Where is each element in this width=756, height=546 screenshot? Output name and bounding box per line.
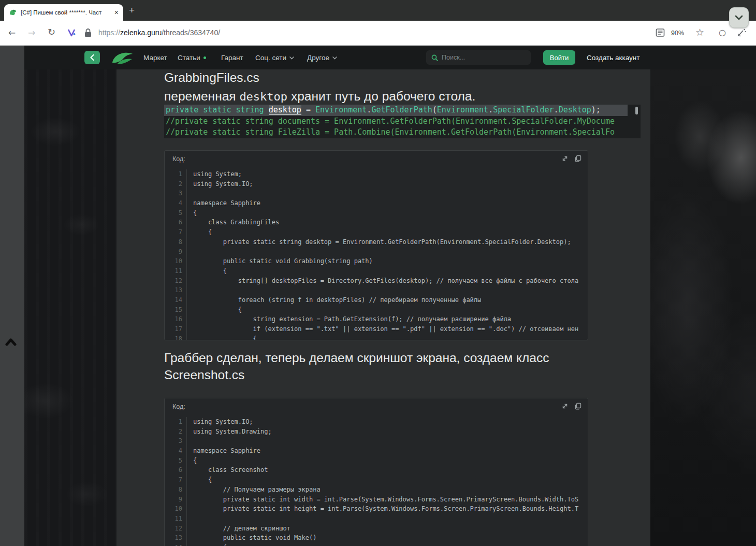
line-code: namespace Sapphire	[187, 446, 260, 456]
line-code: public static void Grabbing(string path)	[187, 256, 373, 266]
nav-item-articles[interactable]: Статьи	[178, 54, 206, 62]
thread-content: GrabbingFiles.cs переменная desktop хран…	[117, 69, 650, 546]
line-number: 4	[165, 446, 187, 456]
line-number: 7	[165, 475, 187, 485]
line-code: private static string desktop = Environm…	[187, 237, 571, 247]
url-domain: zelenka.guru	[120, 28, 162, 37]
line-code: {	[187, 334, 257, 340]
line-code	[187, 247, 193, 257]
address-bar[interactable]: https://zelenka.guru/threads/3634740/	[98, 28, 220, 37]
nav-item-articles-label: Статьи	[178, 54, 200, 62]
collections-circle-icon[interactable]: ○	[719, 27, 726, 37]
cleanup-broom-icon[interactable]	[736, 27, 747, 38]
ide-line: private static string desktop = Environm…	[164, 105, 628, 116]
code-line: 18 {	[165, 334, 588, 340]
expand-code-icon[interactable]	[561, 155, 569, 162]
chevron-down-icon	[735, 15, 743, 20]
url-scheme: https://	[98, 28, 120, 37]
code-line: 2 using System.Drawing;	[165, 427, 588, 437]
code-line: 10 private static int height = int.Parse…	[165, 504, 588, 514]
post-heading-screenshot: Граббер сделан, теперь делаем скриншот э…	[164, 349, 578, 383]
line-code	[187, 514, 193, 524]
line-number: 15	[165, 305, 187, 315]
back-icon[interactable]: ←	[8, 27, 16, 38]
code-line: 4 namespace Sapphire	[165, 198, 588, 208]
line-number: 1	[165, 169, 187, 179]
code-line: 7 {	[165, 227, 588, 237]
reload-icon[interactable]: ↻	[48, 26, 55, 37]
browser-dropdown-button[interactable]	[729, 7, 749, 28]
line-code: {	[187, 305, 242, 315]
code-line: 12 string[] desktopFiles = Directory.Get…	[165, 276, 588, 286]
line-code: {	[187, 475, 212, 485]
post-heading-grabbingfiles: GrabbingFiles.cs	[164, 70, 259, 85]
code-line: 14 foreach (string f in desktopFiles) //…	[165, 295, 588, 305]
search-icon	[431, 54, 438, 61]
line-code	[187, 189, 193, 198]
code-line: 11 {	[165, 266, 588, 276]
site-logo[interactable]	[110, 49, 136, 66]
code-lines: 1 using System; 2 using System.IO; 3	[165, 166, 588, 340]
page-gutter	[0, 46, 24, 546]
login-button[interactable]: Войти	[543, 50, 575, 65]
ide-code-screenshot: private static string desktop = Environm…	[164, 105, 641, 138]
copy-code-icon[interactable]	[574, 155, 581, 162]
line-code: // Получаем размеры экрана	[187, 485, 321, 495]
line-number: 17	[165, 324, 187, 334]
nav-item-market[interactable]: Маркет	[143, 54, 167, 62]
browser-tab[interactable]: [C#] Пишем свой *******. Част ×	[4, 4, 123, 21]
lock-icon[interactable]	[84, 28, 92, 37]
code-label: Код:	[172, 403, 185, 410]
line-code: class GrabbingFiles	[187, 218, 279, 227]
navbar-back-button[interactable]	[84, 51, 100, 64]
search-input[interactable]: Поиск...	[426, 50, 531, 65]
line-number: 2	[165, 427, 187, 437]
paragraph-text: переменная	[164, 89, 239, 103]
background-image-right	[650, 69, 756, 546]
line-code: using System;	[187, 169, 242, 179]
extension-vpn-icon[interactable]	[67, 28, 76, 37]
inline-code-desktop: desktop	[239, 90, 287, 103]
code-line: 11	[165, 514, 588, 524]
code-lines: 1 using System.IO; 2 using System.Drawin…	[165, 414, 588, 546]
code-block-header: Код:	[165, 398, 588, 414]
nav-item-other[interactable]: Другое	[307, 54, 337, 62]
code-block-grabbingfiles: Код:	[164, 150, 588, 340]
nav-item-social[interactable]: Соц. сети	[255, 54, 294, 62]
signup-link[interactable]: Создать аккаунт	[587, 54, 639, 62]
line-code: using System.Drawing;	[187, 427, 272, 437]
line-code: using System.IO;	[187, 179, 253, 189]
scroll-to-top-icon[interactable]	[5, 337, 17, 347]
code-line: 4 namespace Sapphire	[165, 446, 588, 456]
code-line: 2 using System.IO;	[165, 179, 588, 189]
ide-line: //private static string documents = Envi…	[164, 116, 641, 127]
ide-line: //private static string FileZilla = Path…	[164, 127, 641, 138]
line-number: 16	[165, 314, 187, 324]
reader-mode-icon[interactable]	[656, 28, 665, 37]
line-number: 8	[165, 485, 187, 495]
line-number: 14	[165, 295, 187, 305]
new-tab-button[interactable]: +	[129, 5, 135, 16]
code-line: 10 public static void Grabbing(string pa…	[165, 256, 588, 266]
line-code: namespace Sapphire	[187, 198, 260, 208]
line-number: 12	[165, 524, 187, 534]
forward-icon[interactable]: →	[28, 27, 35, 38]
zoom-level[interactable]: 90%	[671, 30, 684, 37]
post-paragraph: переменная desktop хранит путь до рабоче…	[164, 89, 475, 104]
code-line: 1 using System.IO;	[165, 417, 588, 427]
code-line: 6 class GrabbingFiles	[165, 218, 588, 227]
copy-code-icon[interactable]	[574, 403, 581, 410]
tab-close-icon[interactable]: ×	[114, 9, 119, 16]
expand-code-icon[interactable]	[561, 403, 569, 410]
line-number: 9	[165, 495, 187, 505]
articles-green-dot	[203, 56, 206, 59]
code-line: 16 string extension = Path.GetExtension(…	[165, 314, 588, 324]
code-line: 12 // делаем скриншот	[165, 524, 588, 534]
nav-item-garant[interactable]: Гарант	[221, 54, 243, 62]
line-code: // делаем скриншот	[187, 524, 290, 534]
bookmark-star-icon[interactable]: ☆	[695, 26, 704, 38]
code-line: 5 {	[165, 456, 588, 466]
line-number: 14	[165, 543, 187, 546]
search-placeholder: Поиск...	[442, 54, 465, 61]
line-code: string[] desktopFiles = Directory.GetFil…	[187, 276, 578, 286]
